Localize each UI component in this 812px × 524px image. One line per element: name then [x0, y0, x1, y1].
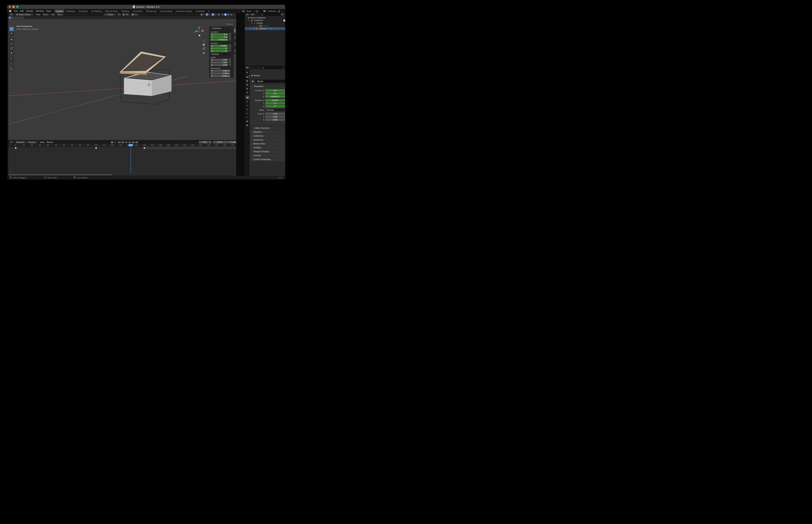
pivot-dropdown[interactable]: ⊙∨: [117, 13, 121, 16]
panel-custom-properties[interactable]: ›Custom Properties⣿: [250, 158, 285, 161]
tab-scene[interactable]: ◍: [245, 87, 249, 91]
tab-compositing[interactable]: Compositing: [158, 9, 174, 13]
panel-instancing[interactable]: ›Instancing⣿: [250, 138, 285, 142]
add-workspace-button[interactable]: +: [206, 9, 212, 13]
tab-modeling[interactable]: Modeling: [65, 9, 77, 13]
falloff-dropdown[interactable]: ∿∨: [134, 13, 139, 16]
panel-relations[interactable]: ›Relations⣿: [250, 130, 285, 134]
filter-dropdown[interactable]: ▼∨: [280, 13, 285, 16]
rotation-mode-dropdown[interactable]: XYZ Euler∨: [265, 109, 285, 111]
pan-view-icon[interactable]: [202, 43, 205, 46]
rotation-x-field[interactable]: 35.879°: [265, 99, 285, 101]
select-mode-new-button[interactable]: [9, 17, 11, 19]
editor-type-button[interactable]: ◔∨: [9, 141, 14, 143]
scene-selector[interactable]: ◍∨ Scene ×: [242, 10, 262, 13]
tab-modifiers[interactable]: ⚒: [245, 100, 249, 103]
close-icon[interactable]: ×: [259, 10, 261, 12]
lock-icon[interactable]: [229, 39, 231, 40]
proportional-editing-toggle[interactable]: ◎: [131, 13, 134, 16]
lock-icon[interactable]: [229, 62, 231, 63]
scale-x-field[interactable]: 1.520: [265, 113, 285, 115]
tab-uv-editing[interactable]: UV Editing: [90, 9, 103, 13]
drag-dots-icon[interactable]: ⣿: [231, 28, 232, 29]
xray-toggle[interactable]: ▥: [217, 13, 220, 16]
select-mode-invert-button[interactable]: [18, 17, 21, 19]
use-preview-range-toggle[interactable]: ◷: [208, 141, 212, 144]
tool-add-cube[interactable]: +: [9, 67, 14, 71]
tab-shading[interactable]: Shading: [120, 9, 131, 13]
rotation-y-field[interactable]: 0°: [265, 102, 285, 104]
sidebar-tab-view[interactable]: View: [233, 41, 236, 48]
panel-collapse-icon[interactable]: ∨: [210, 28, 211, 29]
snap-target-dropdown[interactable]: ⊞∨: [125, 13, 130, 16]
menu-file[interactable]: File: [13, 10, 19, 12]
zoom-view-icon[interactable]: [202, 39, 205, 42]
menu-render[interactable]: Render: [25, 10, 35, 12]
overlays-dropdown[interactable]: ∨: [214, 13, 217, 16]
mode-dropdown[interactable]: ▣Object Mode∨: [15, 13, 34, 16]
tab-layout[interactable]: Layout: [54, 9, 65, 13]
sidebar-tab-item[interactable]: Item: [233, 27, 236, 34]
object-name-input[interactable]: Deckel: [256, 80, 285, 83]
collection-checkbox[interactable]: ✓: [283, 20, 285, 21]
scale-x-field[interactable]: X1.520: [210, 59, 228, 61]
disclosure-open-icon[interactable]: ▼: [251, 22, 252, 24]
previous-keyframe-button[interactable]: ◆◀: [121, 141, 125, 144]
view-menu[interactable]: View: [40, 141, 45, 143]
keying-menu[interactable]: Keying∨: [28, 141, 38, 144]
outliner-row-empty[interactable]: ▼ ⋔ Empty: [245, 22, 285, 24]
object-id-dropdown[interactable]: ▣∨: [251, 80, 256, 83]
play-button[interactable]: ▶: [128, 141, 132, 144]
tab-animation[interactable]: Animation: [131, 9, 145, 13]
scale-y-field[interactable]: Y1.020: [210, 61, 228, 64]
lock-icon[interactable]: [229, 64, 231, 66]
menu-help[interactable]: Help: [45, 10, 52, 12]
tab-object[interactable]: ■: [245, 95, 249, 99]
tab-rendering[interactable]: Rendering: [145, 9, 158, 13]
lock-icon[interactable]: [229, 48, 231, 49]
gizmo-dropdown[interactable]: ∨: [209, 13, 211, 16]
tool-scale[interactable]: ↗: [9, 46, 14, 50]
panel-viewport-display[interactable]: ›Viewport Display⣿: [250, 150, 285, 153]
scale-z-field[interactable]: Z0.100: [210, 64, 228, 66]
menu-object[interactable]: Object: [57, 13, 63, 16]
properties-search-input[interactable]: [261, 66, 282, 69]
sidebar-tab-edit[interactable]: Edit: [233, 48, 236, 54]
marker-menu[interactable]: Marker: [47, 141, 53, 143]
tab-output[interactable]: ▤: [245, 79, 249, 83]
dimension-y-field[interactable]: Y0.189 m: [210, 72, 230, 75]
outliner-row-deckel-selected[interactable]: ▶ ▽ Deckel ↷ ⚒ ▽: [245, 27, 285, 30]
jump-to-end-button[interactable]: ▶▎: [135, 141, 139, 144]
tab-particles[interactable]: ∗: [245, 103, 249, 108]
select-mode-subtract-button[interactable]: [15, 17, 18, 19]
shading-wireframe-button[interactable]: ⊕: [221, 13, 224, 16]
rotation-z-field[interactable]: 0°: [265, 105, 285, 108]
location-x-field[interactable]: 0 m: [265, 89, 285, 92]
disclosure-closed-icon[interactable]: ▶: [254, 28, 255, 30]
tab-constraints[interactable]: ≡: [245, 111, 249, 115]
timeline-ruler[interactable]: 2702602502402302202102001901801701601501…: [8, 144, 236, 147]
outliner-row-scene-collection[interactable]: ▤ Scene Collection: [245, 16, 285, 19]
editor-type-button[interactable]: ◧∨: [245, 66, 250, 69]
ortho-grid-icon[interactable]: ▦: [202, 51, 205, 54]
auto-keying-record-button[interactable]: ●: [110, 141, 114, 144]
panel-open-icon[interactable]: ∨: [252, 86, 253, 87]
dimension-x-field[interactable]: X0.282 m: [210, 70, 230, 72]
timeline-scrollbar[interactable]: [9, 174, 112, 175]
keyframe-diamond[interactable]: [95, 147, 97, 149]
tab-physics[interactable]: ◔: [245, 108, 249, 111]
lock-icon[interactable]: [229, 59, 231, 61]
menu-add[interactable]: Add: [51, 13, 54, 16]
navigation-gizmo[interactable]: X: [194, 26, 205, 37]
overlays-toggle[interactable]: ◎: [211, 13, 214, 16]
tool-transform[interactable]: ◈: [9, 51, 14, 55]
selectability-dropdown[interactable]: ◉∨: [200, 13, 205, 16]
tool-move[interactable]: ↔↕: [9, 37, 14, 42]
playback-menu[interactable]: Playback∨: [15, 141, 28, 144]
playhead-line[interactable]: [130, 147, 131, 174]
shading-rendered-button[interactable]: ◍: [230, 13, 233, 16]
tab-world[interactable]: ⊕: [245, 91, 249, 95]
panel-visibility[interactable]: ›Visibility⣿: [250, 146, 285, 149]
next-keyframe-button[interactable]: ▶◆: [132, 141, 135, 144]
tool-cursor[interactable]: [9, 31, 14, 36]
